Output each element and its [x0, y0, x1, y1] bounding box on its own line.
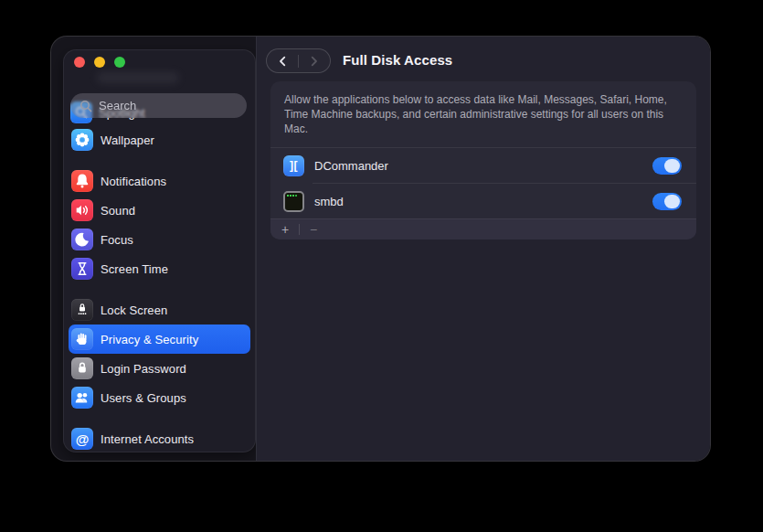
sidebar-item-label: Notifications [101, 175, 166, 188]
sidebar-item-internet-accounts[interactable]: @ Internet Accounts [69, 424, 250, 453]
sidebar-item-lock-screen[interactable]: Lock Screen [69, 295, 250, 325]
sidebar-item-login-password[interactable]: Login Password [69, 354, 250, 383]
footer-divider [299, 224, 300, 235]
zoom-button[interactable] [114, 57, 125, 68]
toggle-knob [664, 159, 680, 173]
sidebar-item-sound[interactable]: Sound [69, 196, 250, 225]
minimize-button[interactable] [94, 57, 105, 68]
app-row-dcommander[interactable]: ][ DCommander [270, 148, 696, 183]
magnifier-icon [79, 99, 93, 113]
sidebar-item-label: Screen Time [101, 262, 168, 276]
content-pane: Full Disk Access Allow the applications … [256, 37, 710, 461]
sidebar-item-label: Users & Groups [101, 391, 186, 405]
sidebar-group-security: Lock Screen Privacy & Security Login Pas… [69, 295, 250, 412]
app-row-smbd[interactable]: smbd [270, 184, 696, 218]
add-app-button[interactable]: + [278, 219, 292, 240]
moon-icon [71, 229, 93, 250]
remove-app-button[interactable]: − [306, 219, 321, 240]
lock-dark-icon [71, 299, 93, 321]
sidebar-item-label: Internet Accounts [101, 432, 194, 446]
smbd-toggle[interactable] [652, 193, 682, 210]
terminal-icon [283, 191, 304, 212]
sidebar-item-label: Lock Screen [101, 303, 167, 317]
sidebar-item-label: Login Password [101, 362, 186, 376]
hand-icon [71, 328, 93, 350]
sidebar-item-screen-time[interactable]: Screen Time [69, 254, 250, 283]
search-input[interactable]: Search [70, 93, 247, 118]
speaker-icon [71, 199, 93, 221]
two-people-icon [71, 387, 93, 409]
sidebar-group-appearance: Wallpaper [69, 125, 250, 154]
app-name: smbd [314, 195, 344, 208]
close-button[interactable] [74, 57, 85, 68]
sidebar-group-accounts: @ Internet Accounts [69, 424, 250, 453]
description-text: Allow the applications below to access d… [270, 81, 696, 148]
sidebar-item-users-groups[interactable]: Users & Groups [69, 383, 250, 412]
full-disk-access-card: Allow the applications below to access d… [270, 81, 696, 239]
forward-button[interactable] [299, 49, 330, 72]
sidebar-item-label: Focus [101, 233, 133, 247]
toggle-knob [664, 195, 680, 208]
dcommander-icon: ][ [283, 155, 304, 176]
app-name: DCommander [314, 159, 388, 173]
traffic-lights [70, 53, 129, 71]
sidebar-item-label: Wallpaper [101, 133, 154, 147]
system-settings-window: Spotlight Search Wallpaper Notifications [50, 36, 711, 462]
at-sign-icon: @ [71, 428, 93, 450]
lock-gray-icon [71, 357, 93, 379]
sidebar-item-privacy-security[interactable]: Privacy & Security [69, 325, 250, 354]
back-button[interactable] [267, 49, 298, 72]
nav-controls [266, 48, 331, 73]
chevron-left-icon [277, 54, 288, 69]
list-edit-bar: + − [270, 218, 696, 239]
chevron-right-icon [309, 54, 320, 69]
dcommander-toggle[interactable] [652, 157, 682, 175]
sidebar-item-wallpaper[interactable]: Wallpaper [69, 125, 250, 154]
hourglass-icon [71, 258, 93, 280]
search-placeholder: Search [99, 99, 136, 112]
scroll-ghost [97, 72, 179, 83]
sidebar-item-focus[interactable]: Focus [69, 225, 250, 254]
sidebar-item-label: Privacy & Security [101, 333, 198, 346]
sidebar: Spotlight Search Wallpaper Notifications [63, 49, 256, 452]
wallpaper-icon [71, 129, 93, 151]
sidebar-item-notifications[interactable]: Notifications [69, 166, 250, 196]
sidebar-group-system: Notifications Sound Focus Screen Time [69, 166, 250, 283]
sidebar-item-label: Sound [101, 204, 135, 218]
page-title: Full Disk Access [343, 52, 452, 68]
bell-icon [71, 170, 93, 192]
